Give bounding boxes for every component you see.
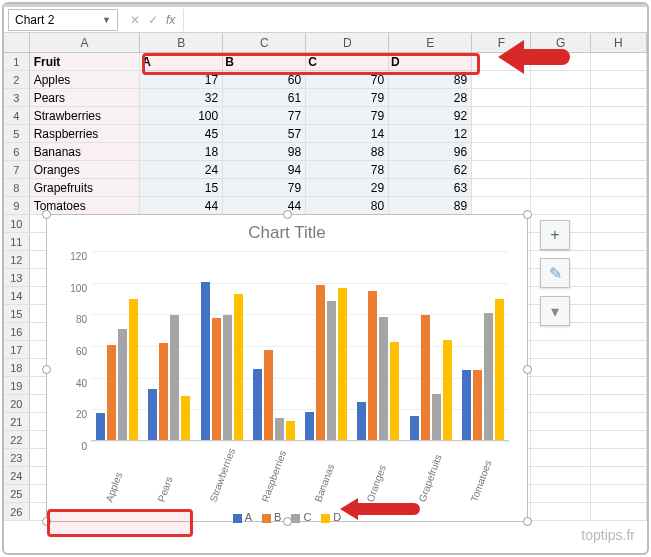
cell[interactable] — [531, 503, 590, 520]
cell[interactable] — [531, 341, 590, 358]
cell[interactable]: Strawberries — [30, 107, 141, 124]
row-header[interactable]: 3 — [4, 89, 30, 106]
resize-handle[interactable] — [523, 365, 532, 374]
cell[interactable]: 89 — [389, 197, 472, 214]
cell[interactable]: Oranges — [30, 161, 141, 178]
cell[interactable] — [591, 449, 647, 466]
bar[interactable] — [338, 288, 347, 440]
resize-handle[interactable] — [523, 210, 532, 219]
cell[interactable]: 88 — [306, 143, 389, 160]
bar[interactable] — [148, 389, 157, 440]
bar[interactable] — [327, 301, 336, 440]
cell[interactable] — [472, 197, 531, 214]
bar[interactable] — [357, 402, 366, 440]
bar-group[interactable] — [96, 299, 138, 440]
row-header[interactable]: 5 — [4, 125, 30, 142]
cell[interactable]: 78 — [306, 161, 389, 178]
bar[interactable] — [118, 329, 127, 440]
col-header[interactable]: H — [591, 33, 647, 52]
cell[interactable]: 77 — [223, 107, 306, 124]
cell[interactable] — [591, 467, 647, 484]
row-header[interactable]: 23 — [4, 449, 30, 466]
col-header[interactable]: C — [223, 33, 306, 52]
bar[interactable] — [212, 318, 221, 440]
row-header[interactable]: 17 — [4, 341, 30, 358]
select-all-corner[interactable] — [4, 33, 30, 52]
resize-handle[interactable] — [283, 210, 292, 219]
fx-icon[interactable]: fx — [166, 13, 175, 27]
row-header[interactable]: 8 — [4, 179, 30, 196]
cell[interactable]: 79 — [306, 89, 389, 106]
row-header[interactable]: 22 — [4, 431, 30, 448]
bar-group[interactable] — [148, 315, 190, 440]
cell[interactable] — [472, 89, 531, 106]
chart-object[interactable]: Chart Title 020406080100120 ApplesPearsS… — [46, 214, 528, 522]
cell[interactable] — [591, 89, 647, 106]
row-header[interactable]: 4 — [4, 107, 30, 124]
cell[interactable] — [591, 251, 647, 268]
bar[interactable] — [275, 418, 284, 440]
cell[interactable] — [591, 413, 647, 430]
cell[interactable] — [591, 125, 647, 142]
row-header[interactable]: 10 — [4, 215, 30, 232]
bar[interactable] — [421, 315, 430, 440]
cell[interactable] — [591, 359, 647, 376]
row-header[interactable]: 16 — [4, 323, 30, 340]
col-header[interactable]: A — [30, 33, 141, 52]
resize-handle[interactable] — [42, 210, 51, 219]
cell[interactable]: 44 — [140, 197, 223, 214]
bar[interactable] — [170, 315, 179, 440]
cell[interactable] — [472, 179, 531, 196]
cell[interactable]: 17 — [140, 71, 223, 88]
chart-filters-button[interactable]: ▾ — [540, 296, 570, 326]
cell[interactable]: Raspberries — [30, 125, 141, 142]
cell[interactable]: 14 — [306, 125, 389, 142]
cell[interactable]: B — [223, 53, 306, 70]
cell[interactable] — [531, 485, 590, 502]
cell[interactable]: D — [389, 53, 472, 70]
cell[interactable] — [591, 323, 647, 340]
cell[interactable] — [531, 161, 590, 178]
row-header[interactable]: 15 — [4, 305, 30, 322]
cell[interactable] — [591, 53, 647, 70]
bar-group[interactable] — [201, 282, 243, 440]
cell[interactable] — [472, 107, 531, 124]
row-header[interactable]: 25 — [4, 485, 30, 502]
cell[interactable]: 28 — [389, 89, 472, 106]
col-header[interactable]: D — [306, 33, 389, 52]
row-header[interactable]: 26 — [4, 503, 30, 520]
bar[interactable] — [181, 396, 190, 440]
cell[interactable] — [591, 71, 647, 88]
resize-handle[interactable] — [42, 365, 51, 374]
row-header[interactable]: 18 — [4, 359, 30, 376]
row-header[interactable]: 1 — [4, 53, 30, 70]
chart-styles-button[interactable]: ✎ — [540, 258, 570, 288]
row-header[interactable]: 20 — [4, 395, 30, 412]
bar[interactable] — [379, 317, 388, 441]
cell[interactable]: 18 — [140, 143, 223, 160]
cell[interactable] — [531, 377, 590, 394]
cell[interactable] — [591, 161, 647, 178]
row-header[interactable]: 21 — [4, 413, 30, 430]
name-box[interactable]: Chart 2 ▼ — [8, 9, 118, 31]
row-header[interactable]: 6 — [4, 143, 30, 160]
cell[interactable]: 70 — [306, 71, 389, 88]
cell[interactable]: 61 — [223, 89, 306, 106]
col-header[interactable]: E — [389, 33, 472, 52]
bar-group[interactable] — [305, 285, 347, 440]
cell[interactable] — [591, 305, 647, 322]
cell[interactable]: 44 — [223, 197, 306, 214]
col-header[interactable]: B — [140, 33, 223, 52]
bar[interactable] — [159, 343, 168, 440]
cell[interactable]: 94 — [223, 161, 306, 178]
cell[interactable] — [531, 179, 590, 196]
cell[interactable]: 98 — [223, 143, 306, 160]
cell[interactable]: 96 — [389, 143, 472, 160]
cell[interactable] — [531, 125, 590, 142]
cell[interactable] — [591, 287, 647, 304]
cell[interactable]: 45 — [140, 125, 223, 142]
cell[interactable] — [591, 143, 647, 160]
row-header[interactable]: 12 — [4, 251, 30, 268]
cell[interactable] — [472, 143, 531, 160]
cell[interactable]: 63 — [389, 179, 472, 196]
